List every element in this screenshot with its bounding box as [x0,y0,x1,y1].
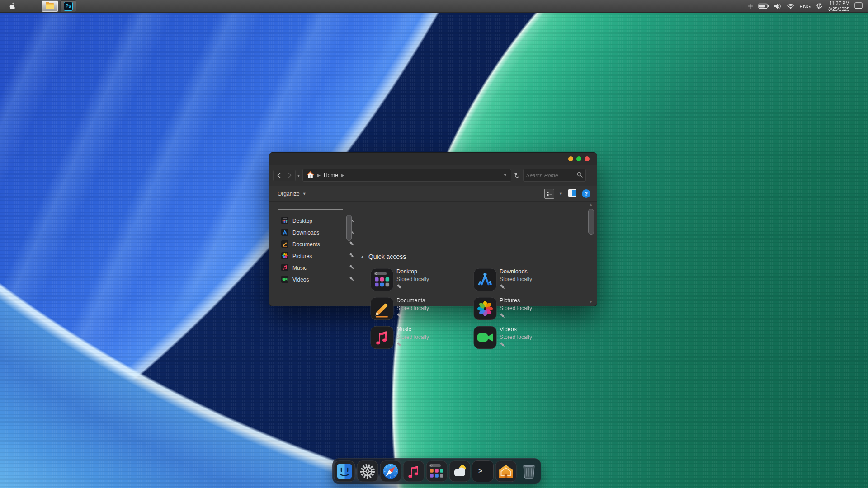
command-toolbar: Organize ▼ ▼ ? [269,186,597,202]
video-camera-icon [473,326,497,349]
dock-finder-icon[interactable] [334,460,355,482]
pin-icon [396,342,403,349]
pin-icon[interactable] [349,264,355,272]
dock: >_ [332,458,541,484]
breadcrumb-arrow-icon[interactable]: ▶ [317,173,321,178]
breadcrumb-arrow-icon[interactable]: ▶ [341,173,344,178]
wifi-icon[interactable] [787,3,795,9]
tile-documents[interactable]: Documents Stored locally [370,297,467,321]
quick-access-header[interactable]: ▲ Quick access [360,253,406,260]
clock[interactable]: 11:37 PM 8/25/2025 [828,0,849,12]
pencil-icon [281,240,288,249]
preview-pane-button[interactable] [567,188,577,199]
view-mode-button[interactable] [544,189,554,199]
organize-label: Organize [278,191,300,197]
collapse-icon[interactable]: ▲ [360,254,364,259]
pencil-icon [370,297,394,320]
file-explorer-icon [45,1,55,11]
tile-downloads[interactable]: Downloads Stored locally [473,268,571,292]
back-button[interactable] [273,170,284,181]
tile-music[interactable]: Music Stored locally [370,326,467,350]
taskbar-photoshop-button[interactable]: Ps [60,0,76,12]
dock-settings-gear-icon[interactable] [357,460,378,482]
maximize-button[interactable] [576,156,581,161]
pin-icon [500,284,506,291]
photoshop-icon: Ps [64,2,73,11]
apple-menu-icon[interactable] [4,2,21,10]
sidebar-label: Pictures [292,253,312,259]
view-dropdown-icon[interactable]: ▼ [559,192,563,196]
tile-subtitle: Stored locally [396,305,429,311]
chevron-down-icon: ▼ [302,192,307,196]
sidebar-label: Videos [292,277,309,283]
minimize-button[interactable] [568,156,573,161]
language-indicator[interactable]: ENG [800,4,811,9]
gear-icon[interactable] [816,2,823,10]
pin-icon [500,313,506,320]
pin-icon[interactable] [349,241,355,248]
home-icon[interactable] [307,171,314,179]
plus-icon[interactable] [747,3,753,9]
forward-button[interactable] [284,170,296,181]
sidebar-item-pictures[interactable]: Pictures [281,251,344,261]
tile-title: Documents [396,297,425,304]
dock-launchpad-icon[interactable] [426,460,448,482]
scrollbar-thumb[interactable] [588,209,594,235]
close-button[interactable] [585,156,590,161]
help-button[interactable]: ? [582,189,590,198]
launchpad-icon [281,217,288,225]
file-explorer-window: ▾ ▶ Home ▶ ▼ ↻ Organize ▼ [269,152,597,306]
video-camera-icon [281,276,288,284]
pin-icon [500,342,506,349]
launchpad-icon [370,268,394,291]
sidebar-item-desktop[interactable]: Desktop [281,216,344,226]
dock-weather-icon[interactable] [449,460,471,482]
clock-date: 8/25/2025 [828,6,849,12]
pin-icon[interactable] [349,276,355,283]
content-scrollbar[interactable]: ▲ ▼ [588,203,594,303]
tile-subtitle: Stored locally [500,276,532,282]
refresh-button[interactable]: ↻ [511,171,523,180]
dock-home-icon[interactable] [495,460,517,482]
dock-safari-icon[interactable] [380,460,401,482]
music-note-icon [281,264,288,272]
window-body: Desktop Downloads Documents Pictures Mus… [269,202,597,306]
address-dropdown-icon[interactable]: ▼ [503,173,507,178]
sidebar-item-music[interactable]: Music [281,263,344,273]
tile-subtitle: Stored locally [396,334,429,340]
navigation-bar: ▾ ▶ Home ▶ ▼ ↻ [269,165,597,186]
scroll-down-icon[interactable]: ▼ [589,300,593,304]
sidebar-item-videos[interactable]: Videos [281,275,344,285]
tile-subtitle: Stored locally [500,305,532,311]
dock-music-icon[interactable] [403,460,425,482]
window-titlebar[interactable] [269,153,597,165]
tile-desktop[interactable]: Desktop Stored locally [370,268,467,292]
tile-subtitle: Stored locally [500,334,532,340]
breadcrumb-home[interactable]: Home [324,172,338,178]
taskbar-file-explorer-button[interactable] [42,0,58,12]
clock-time: 11:37 PM [828,0,849,6]
dock-trash-icon[interactable] [518,460,540,482]
volume-icon[interactable] [774,3,782,9]
sidebar-label: Downloads [292,230,319,236]
search-box[interactable] [523,169,586,182]
dock-terminal-icon[interactable]: >_ [472,460,494,482]
address-bar[interactable]: ▶ Home ▶ ▼ [302,169,511,182]
search-input[interactable] [526,173,577,178]
tile-pictures[interactable]: Pictures Stored locally [473,297,571,321]
sidebar-item-downloads[interactable]: Downloads [281,228,344,238]
tile-videos[interactable]: Videos Stored locally [473,326,571,350]
sidebar-scrollbar[interactable] [346,215,352,241]
sidebar-label: Music [292,265,307,271]
pin-icon[interactable] [349,253,355,260]
photos-flower-icon [473,297,497,320]
terminal-prompt: >_ [478,468,487,475]
sidebar-item-documents[interactable]: Documents [281,239,344,249]
organize-menu[interactable]: Organize ▼ [278,191,307,197]
sidebar-divider [278,209,343,210]
battery-icon[interactable] [758,3,769,9]
tile-title: Pictures [500,297,520,304]
scroll-up-icon[interactable]: ▲ [589,202,593,206]
history-dropdown-icon[interactable]: ▾ [297,173,300,178]
notification-center-icon[interactable] [854,2,863,10]
